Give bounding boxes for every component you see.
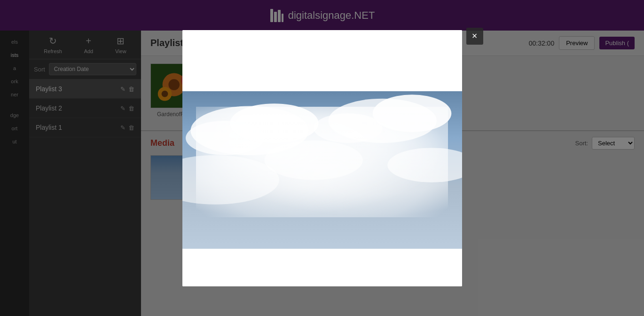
svg-point-16 <box>372 95 451 132</box>
modal-close-button[interactable]: × <box>466 28 483 45</box>
modal-top-space <box>182 30 462 91</box>
modal-image <box>182 91 462 249</box>
modal-bottom-space <box>182 249 462 286</box>
svg-point-13 <box>230 103 318 143</box>
modal-dialog <box>182 30 462 286</box>
svg-point-19 <box>387 148 462 182</box>
svg-rect-11 <box>182 91 462 249</box>
svg-point-12 <box>190 106 308 155</box>
svg-point-18 <box>264 140 362 180</box>
svg-point-14 <box>185 120 264 155</box>
svg-point-20 <box>182 155 279 205</box>
clouds-preview-svg <box>182 91 462 249</box>
modal-wrapper: × <box>182 30 462 286</box>
modal-overlay[interactable]: × <box>0 0 644 316</box>
svg-point-17 <box>314 113 383 143</box>
